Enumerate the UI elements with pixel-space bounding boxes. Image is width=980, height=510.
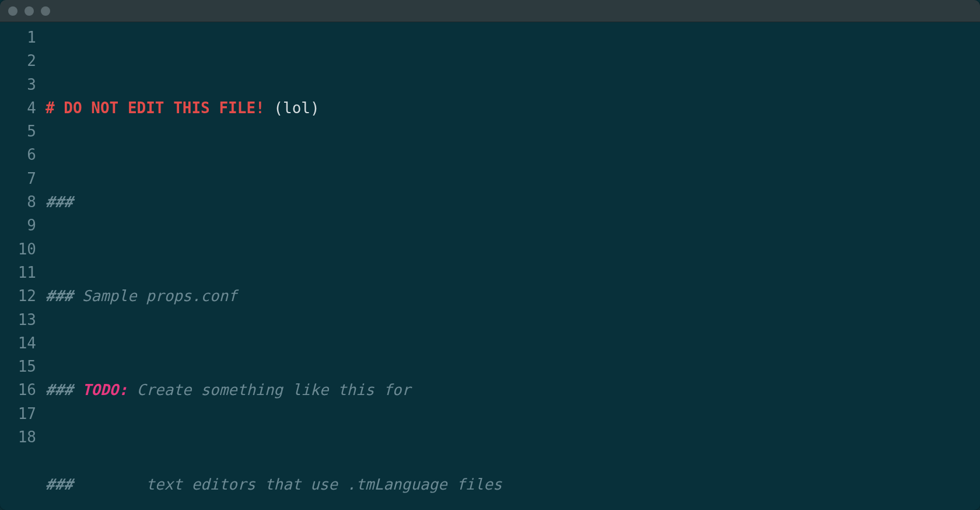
line-number: 11 [0,261,36,284]
comment-prefix: ### [46,381,82,399]
code-line[interactable]: ### [46,190,980,214]
code-line[interactable]: # DO NOT EDIT THIS FILE! (lol) [46,96,980,120]
line-number: 1 [0,26,36,49]
line-number: 9 [0,214,36,237]
code-content[interactable]: # DO NOT EDIT THIS FILE! (lol) ### ### S… [42,26,980,510]
comment-text: Create something like this for [128,381,411,399]
comment-prefix: ### [46,476,146,493]
line-number: 14 [0,331,36,355]
line-number: 2 [0,49,36,72]
line-number: 16 [0,378,36,401]
zoom-icon[interactable] [41,6,50,16]
line-number: 17 [0,402,36,425]
line-number: 3 [0,73,36,96]
comment-tail: (lol) [265,99,320,117]
comment-warning: DO NOT EDIT THIS FILE! [64,99,264,117]
close-icon[interactable] [8,6,18,16]
comment-prefix: ### [46,287,82,305]
editor-window: 1 2 3 4 5 6 7 8 9 10 11 12 13 14 15 16 1… [0,0,980,510]
code-line[interactable]: ### text editors that use .tmLanguage fi… [46,473,980,496]
titlebar [0,0,980,22]
line-number: 10 [0,237,36,261]
line-number: 4 [0,96,36,120]
editor-area[interactable]: 1 2 3 4 5 6 7 8 9 10 11 12 13 14 15 16 1… [0,22,980,510]
line-number: 18 [0,425,36,449]
line-number: 13 [0,308,36,331]
line-number: 7 [0,167,36,190]
line-number-gutter: 1 2 3 4 5 6 7 8 9 10 11 12 13 14 15 16 1… [0,26,42,510]
line-number: 15 [0,355,36,378]
minimize-icon[interactable] [24,6,34,16]
comment-hash: # [46,99,64,117]
line-number: 5 [0,120,36,143]
line-number: 8 [0,190,36,214]
line-number: 6 [0,143,36,166]
todo-tag: TODO: [82,381,128,399]
code-line[interactable]: ### Sample props.conf [46,284,980,308]
code-line[interactable]: ### TODO: Create something like this for [46,378,980,401]
comment-text: Sample props.conf [82,287,237,305]
comment: ### [46,193,73,211]
comment-text: text editors that use .tmLanguage files [146,476,502,493]
line-number: 12 [0,284,36,308]
